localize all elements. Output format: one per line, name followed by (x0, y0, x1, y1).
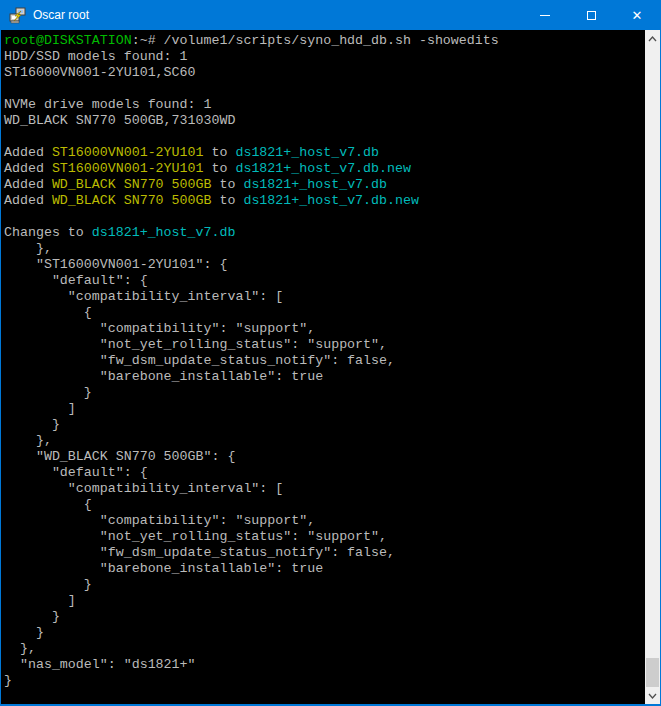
terminal-line: } (4, 609, 645, 625)
terminal-line: "fw_dsm_update_status_notify": false, (4, 353, 645, 369)
terminal-text-segment: "not_yet_rolling_status": "support", (4, 529, 387, 544)
terminal-text-segment: "compatibility_interval": [ (4, 481, 283, 496)
terminal-text-segment: ds1821+_host_v7.db (235, 145, 379, 160)
terminal-text-segment: } (4, 385, 92, 400)
terminal-line: }, (4, 641, 645, 657)
terminal-line: ] (4, 593, 645, 609)
terminal-text-segment: } (4, 673, 12, 688)
terminal-text-segment: Added (4, 177, 52, 192)
terminal-line: NVMe drive models found: 1 (4, 97, 645, 113)
terminal-line: root@DISKSTATION:~# /volume1/scripts/syn… (4, 33, 645, 49)
terminal-text-segment: } (4, 577, 92, 592)
scrollbar[interactable] (645, 30, 660, 704)
terminal-text-segment: ] (4, 593, 76, 608)
terminal-text-segment: to (204, 161, 236, 176)
terminal-line: } (4, 577, 645, 593)
window-title: Oscar root (33, 8, 522, 22)
terminal-text-segment: "fw_dsm_update_status_notify": false, (4, 545, 395, 560)
terminal-line: "not_yet_rolling_status": "support", (4, 337, 645, 353)
terminal-text-segment: { (4, 497, 92, 512)
terminal-line: "compatibility": "support", (4, 321, 645, 337)
terminal-line: Added WD_BLACK SN770 500GB to ds1821+_ho… (4, 193, 645, 209)
terminal-line: "barebone_installable": true (4, 561, 645, 577)
terminal-text-segment: ds1821+_host_v7.db (92, 225, 236, 240)
terminal-text-segment: { (4, 305, 92, 320)
terminal-text-segment: }, (4, 241, 52, 256)
terminal-text-segment: "not_yet_rolling_status": "support", (4, 337, 387, 352)
terminal-line: Changes to ds1821+_host_v7.db (4, 225, 645, 241)
terminal-text-segment: WD_BLACK SN770 500GB (52, 177, 212, 192)
terminal-text-segment: "default": { (4, 465, 148, 480)
terminal-line: "ST16000VN001-2YU101": { (4, 257, 645, 273)
terminal-text-segment: "compatibility_interval": [ (4, 289, 283, 304)
terminal-text-segment: "fw_dsm_update_status_notify": false, (4, 353, 395, 368)
chevron-down-icon (648, 693, 657, 699)
terminal-output[interactable]: root@DISKSTATION:~# /volume1/scripts/syn… (1, 30, 645, 704)
terminal-text-segment: HDD/SSD models found: 1 (4, 49, 188, 64)
terminal-line: ] (4, 401, 645, 417)
close-button[interactable]: ✕ (614, 0, 660, 30)
terminal-line: Added ST16000VN001-2YU101 to ds1821+_hos… (4, 161, 645, 177)
terminal-line: "compatibility_interval": [ (4, 481, 645, 497)
scroll-up-button[interactable] (645, 30, 660, 47)
terminal-text-segment: ds1821+_host_v7.db.new (243, 193, 419, 208)
terminal-line (4, 129, 645, 145)
terminal-line: "default": { (4, 465, 645, 481)
terminal-text-segment: "nas_model": "ds1821+" (4, 657, 196, 672)
terminal-line: "not_yet_rolling_status": "support", (4, 529, 645, 545)
terminal-line: WD_BLACK SN770 500GB,731030WD (4, 113, 645, 129)
terminal-text-segment: NVMe drive models found: 1 (4, 97, 211, 112)
terminal-line: } (4, 417, 645, 433)
terminal-line: HDD/SSD models found: 1 (4, 49, 645, 65)
terminal-text-segment: } (4, 625, 44, 640)
terminal-text-segment: "ST16000VN001-2YU101": { (4, 257, 227, 272)
scrollbar-thumb[interactable] (646, 658, 659, 687)
terminal-text-segment: WD_BLACK SN770 500GB,731030WD (4, 113, 235, 128)
terminal-text-segment: Added (4, 145, 52, 160)
window-body: root@DISKSTATION:~# /volume1/scripts/syn… (1, 30, 660, 704)
maximize-button[interactable] (568, 0, 614, 30)
terminal-line: Added WD_BLACK SN770 500GB to ds1821+_ho… (4, 177, 645, 193)
terminal-text-segment: Changes to (4, 225, 92, 240)
terminal-line: }, (4, 433, 645, 449)
minimize-button[interactable] (522, 0, 568, 30)
terminal-text-segment: to (204, 145, 236, 160)
terminal-text-segment: ] (4, 401, 76, 416)
putty-icon-graphic (9, 6, 27, 24)
terminal-text-segment: "default": { (4, 273, 148, 288)
terminal-line: Added ST16000VN001-2YU101 to ds1821+_hos… (4, 145, 645, 161)
terminal-text-segment: "barebone_installable": true (4, 561, 323, 576)
terminal-text-segment: root@DISKSTATION (4, 33, 132, 48)
terminal-text-segment: Added (4, 193, 52, 208)
title-bar: Oscar root ✕ (1, 0, 660, 30)
terminal-line (4, 209, 645, 225)
terminal-text-segment: ST16000VN001-2YU101,SC60 (4, 65, 196, 80)
terminal-text-segment: WD_BLACK SN770 500GB (52, 193, 212, 208)
terminal-text-segment: ST16000VN001-2YU101 (52, 161, 204, 176)
terminal-text-segment: "compatibility": "support", (4, 321, 315, 336)
minimize-icon (540, 15, 550, 16)
terminal-line: "WD_BLACK SN770 500GB": { (4, 449, 645, 465)
terminal-text-segment: :~# /volume1/scripts/syno_hdd_db.sh -sho… (132, 33, 499, 48)
terminal-text-segment: to (211, 177, 243, 192)
terminal-text-segment: } (4, 609, 60, 624)
terminal-line: ST16000VN001-2YU101,SC60 (4, 65, 645, 81)
terminal-text-segment: "WD_BLACK SN770 500GB": { (4, 449, 235, 464)
terminal-line: "default": { (4, 273, 645, 289)
putty-window: Oscar root ✕ root@DISKSTATION:~# /volume… (0, 0, 661, 706)
chevron-up-icon (648, 36, 657, 42)
close-icon: ✕ (632, 9, 643, 22)
terminal-text-segment: ds1821+_host_v7.db.new (235, 161, 411, 176)
terminal-line: "barebone_installable": true (4, 369, 645, 385)
terminal-text-segment: "barebone_installable": true (4, 369, 323, 384)
terminal-text-segment: to (211, 193, 243, 208)
putty-icon[interactable] (9, 6, 27, 24)
terminal-line: } (4, 625, 645, 641)
scroll-down-button[interactable] (645, 687, 660, 704)
terminal-line: { (4, 497, 645, 513)
maximize-icon (587, 11, 596, 20)
terminal-line: "compatibility": "support", (4, 513, 645, 529)
terminal-line: }, (4, 241, 645, 257)
terminal-line: } (4, 673, 645, 689)
terminal-text-segment: }, (4, 433, 52, 448)
